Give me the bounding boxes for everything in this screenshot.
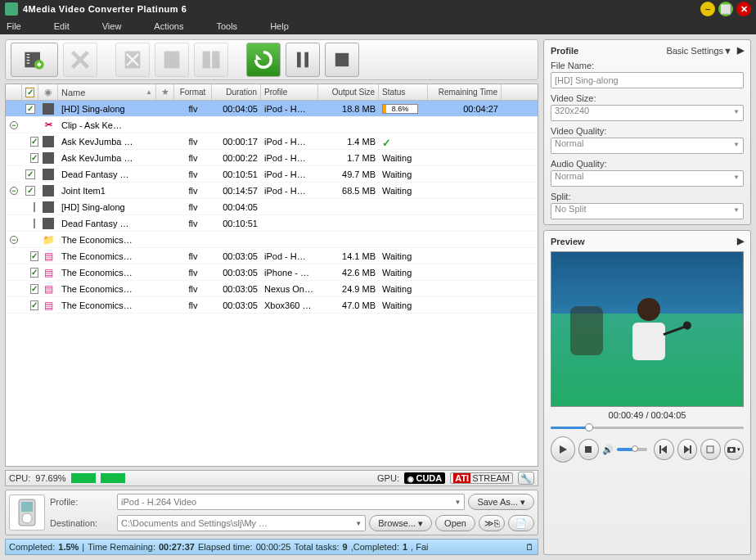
row-checkbox[interactable]: [34, 202, 35, 212]
pause-button[interactable]: [286, 43, 320, 77]
row-name: The Economics…: [58, 235, 156, 245]
table-row[interactable]: ▤The Economics…flv00:03:05Xbox360 …47.0 …: [6, 297, 538, 314]
maximize-button[interactable]: ⬜: [718, 2, 733, 16]
row-checkbox[interactable]: [25, 169, 35, 179]
row-checkbox[interactable]: [25, 186, 35, 196]
col-duration[interactable]: Duration: [212, 84, 261, 100]
split-select[interactable]: No Split: [551, 203, 744, 219]
menubar: File Edit View Actions Tools Help: [0, 18, 756, 34]
row-name: Dead Fantasy …: [58, 219, 156, 228]
svg-point-23: [730, 449, 733, 452]
basic-settings-dropdown[interactable]: Basic Settings▼: [666, 46, 732, 56]
volume-slider[interactable]: [617, 448, 647, 451]
volume-icon[interactable]: 🔊: [602, 445, 614, 455]
preview-video[interactable]: [551, 251, 744, 407]
prev-frame-button[interactable]: [654, 439, 673, 460]
preview-expand-icon[interactable]: ▶: [737, 236, 744, 246]
table-row[interactable]: ▤The Economics…flv00:03:05iPhone - …42.6…: [6, 264, 538, 281]
row-checkbox[interactable]: [30, 300, 38, 310]
play-button[interactable]: [551, 436, 575, 463]
profile-expand-icon[interactable]: ▶: [737, 45, 744, 56]
save-as-button[interactable]: Save As... ▾: [468, 494, 534, 510]
stop-button[interactable]: [325, 43, 359, 77]
table-row[interactable]: −Joint Item1flv00:14:57iPod - H…68.5 MBW…: [6, 183, 538, 199]
col-output-size[interactable]: Output Size: [318, 84, 379, 100]
table-row[interactable]: Dead Fantasy …flv00:10:51: [6, 215, 538, 232]
row-checkbox[interactable]: [30, 137, 38, 147]
notes-button[interactable]: 📄: [508, 515, 534, 531]
minimize-button[interactable]: –: [700, 2, 715, 16]
table-row[interactable]: [HD] Sing-alongflv00:04:05iPod - H…18.8 …: [6, 101, 538, 117]
destination-combo[interactable]: C:\Documents and Settings\slj\My …: [117, 515, 366, 531]
next-frame-button[interactable]: [677, 439, 697, 460]
open-button[interactable]: Open: [435, 515, 475, 531]
add-file-button[interactable]: [11, 43, 58, 77]
table-row[interactable]: [HD] Sing-alongflv00:04:05: [6, 199, 538, 215]
status-report-icon[interactable]: 🗒: [525, 542, 534, 552]
row-checkbox[interactable]: [30, 268, 38, 278]
row-checkbox[interactable]: [34, 219, 35, 228]
row-checkbox[interactable]: [30, 251, 38, 261]
col-check-all[interactable]: [22, 84, 38, 100]
menu-help[interactable]: Help: [270, 21, 289, 31]
col-profile[interactable]: Profile: [261, 84, 318, 100]
row-checkbox[interactable]: [25, 104, 35, 114]
trim-button[interactable]: [700, 439, 720, 460]
table-row[interactable]: Ask KevJumba …flv00:00:17iPod - H…1.4 MB: [6, 133, 538, 150]
menu-tools[interactable]: Tools: [216, 21, 237, 31]
row-name: The Economics…: [58, 268, 156, 278]
snapshot-button[interactable]: ▾: [724, 439, 744, 460]
row-duration: 00:03:05: [212, 284, 261, 294]
table-row[interactable]: −✂Clip - Ask Ke…: [6, 117, 538, 133]
menu-actions[interactable]: Actions: [154, 21, 183, 31]
audio-quality-select[interactable]: Normal: [551, 170, 744, 187]
browse-button[interactable]: Browse... ▾: [369, 515, 432, 531]
filename-input[interactable]: [551, 72, 744, 88]
cpu-value: 97.69%: [35, 473, 65, 483]
player-stop-button[interactable]: [578, 439, 598, 460]
menu-edit[interactable]: Edit: [54, 21, 70, 31]
convert-button[interactable]: [246, 43, 281, 77]
col-toggle[interactable]: [6, 84, 22, 100]
video-quality-select[interactable]: Normal: [551, 138, 744, 154]
row-size: 42.6 MB: [318, 268, 379, 278]
videosize-select[interactable]: 320x240: [551, 105, 744, 121]
collapse-icon[interactable]: −: [10, 187, 18, 195]
col-type[interactable]: ◉: [38, 84, 58, 100]
profile-combo[interactable]: iPod - H.264 Video: [117, 494, 465, 510]
export-button[interactable]: ≫⎘: [479, 515, 505, 531]
table-row[interactable]: ▤The Economics…flv00:03:05Nexus On…24.9 …: [6, 281, 538, 297]
collapse-icon[interactable]: −: [10, 236, 18, 244]
film-icon: [43, 169, 54, 180]
row-format: flv: [174, 202, 212, 212]
doc-icon: ▤: [44, 283, 53, 295]
film-icon: [43, 201, 54, 213]
col-star[interactable]: ★: [156, 84, 174, 100]
menu-view[interactable]: View: [102, 21, 122, 31]
table-row[interactable]: Dead Fantasy …flv00:10:51iPod - H…49.7 M…: [6, 166, 538, 183]
row-duration: 00:04:05: [212, 202, 261, 212]
col-remaining[interactable]: Remaining Time: [428, 84, 502, 100]
col-name[interactable]: Name ▲: [58, 84, 156, 100]
doc-icon: ▤: [44, 251, 53, 262]
table-row[interactable]: −📁The Economics…: [6, 232, 538, 248]
svg-rect-18: [585, 446, 592, 453]
row-checkbox[interactable]: [30, 153, 38, 163]
seek-slider[interactable]: [551, 423, 744, 431]
row-duration: 00:14:57: [212, 186, 261, 196]
table-row[interactable]: ▤The Economics…flv00:03:05iPod - H…14.1 …: [6, 248, 538, 264]
window-buttons: – ⬜ ✕: [700, 2, 751, 16]
col-status[interactable]: Status: [379, 84, 428, 100]
row-format: flv: [174, 251, 212, 261]
gpu-settings-button[interactable]: 🔧: [518, 472, 534, 485]
row-checkbox[interactable]: [30, 284, 38, 294]
collapse-icon[interactable]: −: [10, 121, 18, 129]
table-row[interactable]: Ask KevJumba …flv00:00:22iPod - H…1.7 MB…: [6, 150, 538, 166]
col-format[interactable]: Format: [174, 84, 212, 100]
audio-quality-label: Audio Quality:: [551, 159, 744, 169]
menu-file[interactable]: File: [7, 21, 21, 31]
row-name: Ask KevJumba …: [58, 153, 156, 163]
close-button[interactable]: ✕: [736, 2, 751, 16]
list-rows[interactable]: [HD] Sing-alongflv00:04:05iPod - H…18.8 …: [6, 101, 538, 466]
profile-panel: Profile Basic Settings▼ ▶ File Name: Vid…: [543, 39, 751, 225]
